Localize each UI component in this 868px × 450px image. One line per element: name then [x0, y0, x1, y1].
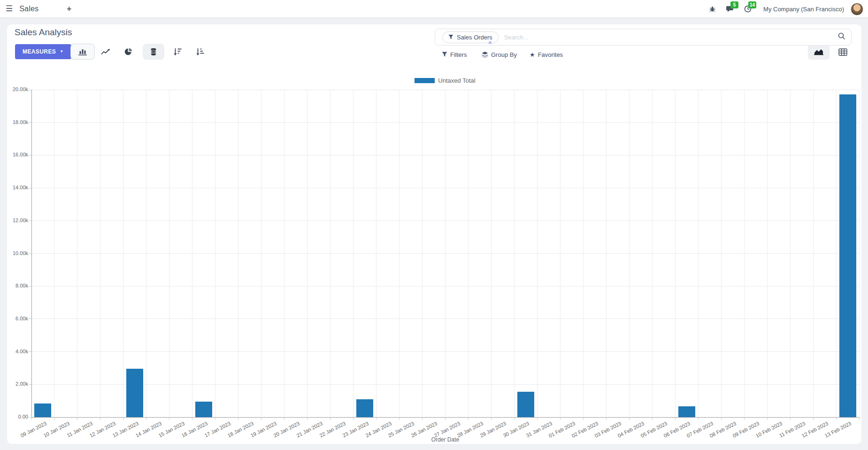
y-tick-label: 10.00k: [5, 250, 28, 256]
x-tick: [859, 417, 860, 420]
search-input[interactable]: Search...: [504, 34, 838, 41]
y-axis-line: [31, 90, 32, 417]
y-tick-label: 20.00k: [5, 86, 28, 92]
x-tick: [54, 417, 54, 420]
app-menu-sales[interactable]: Sales: [19, 5, 38, 13]
y-tick-label: 8.00k: [5, 283, 28, 288]
line-chart-icon: [101, 48, 110, 55]
x-gridline: [606, 90, 607, 417]
bar[interactable]: [839, 94, 856, 417]
y-tick-label: 14.00k: [5, 185, 28, 190]
top-navbar: ☰ Sales + 5 14: [0, 0, 868, 18]
group-by-menu[interactable]: Group By: [482, 49, 517, 60]
area-chart-icon: [814, 48, 823, 55]
measures-button[interactable]: MEASURES ▼: [15, 44, 71, 59]
bar-chart-view-button[interactable]: [70, 44, 95, 60]
x-tick-label: 10 Jan 2023: [43, 420, 70, 438]
user-avatar[interactable]: [851, 3, 863, 16]
x-gridline: [330, 90, 330, 417]
bar[interactable]: [126, 369, 143, 417]
x-gridline: [859, 90, 860, 417]
x-gridline: [560, 90, 561, 417]
bar[interactable]: [356, 399, 373, 417]
filter-funnel-icon: [442, 52, 447, 57]
x-gridline: [422, 90, 422, 417]
x-tick: [215, 417, 215, 420]
messages-count-badge: 5: [730, 1, 738, 8]
x-tick-label: 19 Jan 2023: [249, 420, 277, 438]
x-gridline: [491, 90, 492, 417]
hamburger-menu-icon[interactable]: ☰: [6, 4, 13, 14]
x-tick: [537, 417, 538, 420]
x-gridline: [77, 90, 77, 417]
y-tick-label: 18.00k: [5, 119, 28, 125]
x-tick: [445, 417, 446, 420]
bar[interactable]: [34, 403, 51, 417]
x-gridline: [376, 90, 376, 417]
x-tick: [468, 417, 469, 420]
line-chart-view-button[interactable]: [95, 44, 116, 60]
x-gridline: [675, 90, 676, 417]
stacked-toggle-button[interactable]: [143, 44, 164, 60]
x-gridline: [100, 90, 100, 417]
bar[interactable]: [195, 402, 212, 417]
y-tick-label: 4.00k: [5, 349, 28, 354]
sort-ascending-button[interactable]: [189, 44, 211, 60]
x-tick: [583, 417, 584, 420]
remove-facet-icon[interactable]: ×: [488, 39, 492, 46]
x-tick: [353, 417, 353, 420]
favorites-menu[interactable]: ★ Favorites: [530, 49, 563, 60]
search-icon[interactable]: [838, 32, 845, 42]
x-tick-label: 18 Jan 2023: [226, 420, 254, 438]
x-gridline: [744, 90, 745, 417]
x-tick: [399, 417, 399, 420]
legend-untaxed-total[interactable]: Untaxed Total: [344, 77, 546, 84]
x-gridline: [215, 90, 215, 417]
bar[interactable]: [517, 392, 534, 417]
x-tick: [169, 417, 169, 420]
x-tick: [560, 417, 561, 420]
legend-color-box: [415, 78, 435, 83]
messages-icon[interactable]: 5: [723, 2, 737, 16]
x-gridline: [767, 90, 768, 417]
search-bar[interactable]: Sales Orders Search...: [435, 29, 852, 46]
pie-chart-view-button[interactable]: [117, 44, 139, 60]
sort-amount-asc-icon: [196, 48, 204, 55]
x-gridline: [468, 90, 469, 417]
x-gridline: [353, 90, 353, 417]
x-gridline: [54, 90, 54, 417]
x-gridline: [537, 90, 538, 417]
new-tab-plus-icon[interactable]: +: [67, 4, 71, 14]
x-tick: [813, 417, 814, 420]
x-tick: [767, 417, 768, 420]
x-gridline: [836, 90, 837, 417]
filters-menu[interactable]: Filters: [442, 49, 467, 60]
pivot-view-switch-button[interactable]: [832, 44, 853, 60]
debug-bug-icon[interactable]: [705, 2, 719, 16]
x-tick-label: 15 Jan 2023: [157, 420, 185, 438]
sort-descending-button[interactable]: [167, 44, 188, 60]
x-gridline: [192, 90, 192, 417]
x-gridline: [629, 90, 630, 417]
x-tick-label: 12 Jan 2023: [88, 420, 116, 438]
x-gridline: [146, 90, 146, 417]
x-tick-label: 09 Jan 2023: [20, 420, 47, 438]
x-tick: [744, 417, 745, 420]
x-gridline: [123, 90, 123, 417]
x-gridline: [583, 90, 584, 417]
x-tick: [330, 417, 330, 420]
sort-amount-desc-icon: [173, 48, 182, 55]
pivot-table-icon: [838, 48, 847, 56]
graph-view-switch-button[interactable]: [808, 44, 830, 60]
x-gridline: [698, 90, 699, 417]
x-tick-label: 16 Jan 2023: [180, 420, 208, 438]
x-axis-title: Order Date: [427, 436, 464, 443]
chevron-down-icon: ▼: [60, 50, 63, 54]
x-tick: [629, 417, 630, 420]
company-switcher[interactable]: My Company (San Francisco): [763, 6, 844, 13]
x-tick: [606, 417, 607, 420]
y-tick-label: 0.00: [5, 414, 28, 419]
bar[interactable]: [678, 406, 695, 417]
y-tick-label: 2.00k: [5, 381, 28, 387]
activities-clock-icon[interactable]: 14: [741, 2, 755, 16]
